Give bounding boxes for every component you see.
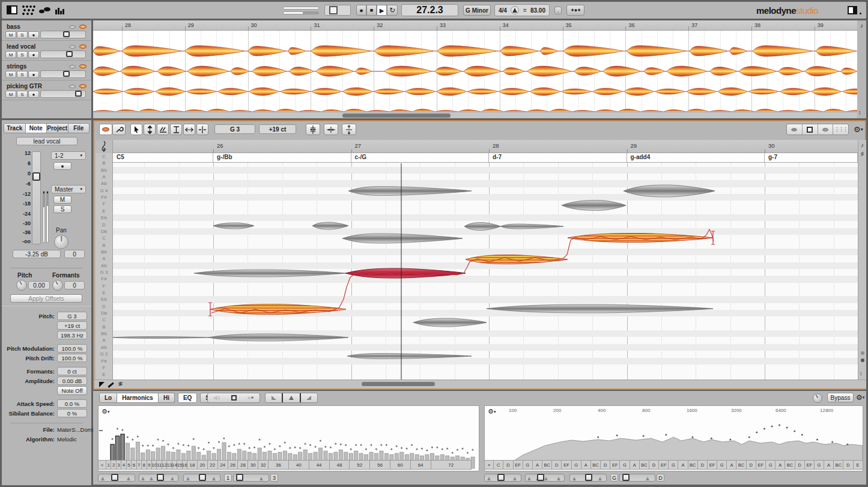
pan-value[interactable]: 0 xyxy=(64,250,85,258)
mute-button[interactable]: M xyxy=(5,31,16,38)
chord-cell[interactable]: C5 xyxy=(113,153,213,163)
eq-note-cell[interactable]: G xyxy=(766,460,775,470)
chord-track[interactable]: C5g-/Bbc-/Gd-7g-add4g-7 xyxy=(113,153,858,163)
comb-slider[interactable] xyxy=(183,474,220,482)
pitch-ruler[interactable]: CBBbAAbG 4F#FEEbDDbCBBbAAbG 3F#FEEbDDbCB… xyxy=(96,153,113,380)
slider-handle[interactable] xyxy=(497,474,505,481)
slider-handle[interactable] xyxy=(157,474,164,481)
track-view-icon[interactable] xyxy=(22,5,36,15)
level-value[interactable]: -3.25 dB xyxy=(13,250,61,258)
emphasis-slider[interactable] xyxy=(98,474,135,482)
output-bus-select[interactable]: Master▾ xyxy=(51,185,86,193)
eq-note-cell[interactable]: BC xyxy=(542,460,552,470)
tempo-group[interactable]: 4/4 = 83.00 xyxy=(494,4,550,16)
inspector-value[interactable]: 100.0 % xyxy=(57,354,87,362)
track-header[interactable]: picking GTRMS● xyxy=(2,81,91,100)
scale-edit-pencil-icon[interactable] xyxy=(108,383,114,388)
eq-note-cell[interactable]: BC xyxy=(640,460,649,470)
time-signature[interactable]: 4/4 xyxy=(499,7,507,14)
harmonic-number[interactable]: 7 xyxy=(137,460,142,470)
harmonic-number[interactable]: 32 xyxy=(258,460,269,470)
eq-comb-slider[interactable] xyxy=(569,474,607,482)
blob-play-icon[interactable] xyxy=(79,44,86,49)
track-fader-handle[interactable] xyxy=(63,31,70,37)
accidental-display-icon[interactable]: ♯♯ xyxy=(118,381,121,387)
inspector-value[interactable]: G 3 xyxy=(57,312,87,320)
eq-note-cell[interactable]: BC xyxy=(736,460,746,470)
eq-note-cell[interactable]: EF xyxy=(659,460,669,470)
note-value-icon[interactable]: ♪ xyxy=(857,20,866,30)
mute-button[interactable]: M xyxy=(5,71,16,78)
formant-tool-button[interactable] xyxy=(157,124,169,135)
harmonic-number[interactable]: 8 xyxy=(142,460,147,470)
track-fader-handle[interactable] xyxy=(63,71,70,77)
formants-offset-value[interactable]: 0 xyxy=(64,281,85,289)
clef-header[interactable] xyxy=(96,140,113,153)
show-all-tracks-toggle[interactable]: ⋮⋮⋮ xyxy=(833,124,848,135)
sound-settings-gear-icon[interactable]: ⚙▾ xyxy=(856,393,864,402)
pitch-offset-knob[interactable] xyxy=(16,280,27,291)
record-arm-button[interactable]: ● xyxy=(28,31,39,38)
harmonics-scroll-left[interactable]: < xyxy=(98,460,106,470)
harmonic-number[interactable]: 16 xyxy=(183,460,187,470)
tab-track[interactable]: Track xyxy=(4,123,26,133)
harmonic-number[interactable]: 60 xyxy=(390,460,411,470)
slider-handle[interactable] xyxy=(622,474,630,481)
selected-pitch-field[interactable]: G 3 xyxy=(214,124,255,134)
eq-note-cell[interactable]: C xyxy=(494,460,503,470)
eq-note-cell[interactable]: EF xyxy=(610,460,620,470)
editor-settings-gear-icon[interactable]: ⚙▾ xyxy=(854,125,863,134)
track-header[interactable]: lead vocalMS● xyxy=(2,41,91,61)
pan-knob[interactable] xyxy=(54,235,68,249)
monitor-slider-1[interactable] xyxy=(283,7,319,10)
output-channel-select[interactable]: 1-2▾ xyxy=(51,151,86,160)
slider-handle[interactable] xyxy=(199,474,206,481)
pitch-tool-button[interactable] xyxy=(144,124,156,135)
mute-button[interactable]: M xyxy=(5,91,16,98)
autostretch-button[interactable]: ✦●✦ xyxy=(566,5,584,16)
eq-note-cell[interactable]: D xyxy=(649,460,659,470)
main-tool-blob-button[interactable] xyxy=(99,124,112,135)
inspector-value[interactable]: 0 % xyxy=(57,409,87,417)
tab-project[interactable]: Project xyxy=(47,123,68,133)
play-button[interactable]: ▶ xyxy=(377,5,387,16)
harmonic-number[interactable]: 36 xyxy=(269,460,289,470)
zoom-dot-2[interactable] xyxy=(861,358,864,362)
show-blobs-toggle[interactable] xyxy=(787,124,802,135)
editor-zoom-icon[interactable]: ↕ xyxy=(860,371,863,377)
bypass-button[interactable]: Bypass xyxy=(827,393,854,402)
track-header[interactable]: stringsMS● xyxy=(2,61,91,80)
harmonic-number[interactable]: 1 xyxy=(106,460,111,470)
chord-cell[interactable]: g-/Bb xyxy=(213,153,351,163)
slider-handle[interactable] xyxy=(236,474,243,481)
harmonic-number[interactable]: 48 xyxy=(330,460,350,470)
eq-note-cell[interactable]: BC xyxy=(688,460,698,470)
harmonic-number[interactable]: 26 xyxy=(228,460,238,470)
harmonic-number[interactable]: 40 xyxy=(289,460,309,470)
drywet-knob[interactable] xyxy=(813,393,822,403)
eq-note-cell[interactable]: EF xyxy=(805,460,815,470)
sound-tab-harmonics[interactable]: Harmonics xyxy=(117,393,159,403)
eq-note-cell[interactable]: D xyxy=(601,460,610,470)
solo-button[interactable]: S xyxy=(17,71,28,78)
leveling-macro-button[interactable] xyxy=(342,124,356,135)
tempo-value[interactable]: 83.00 xyxy=(530,7,545,14)
window-panel-icon[interactable] xyxy=(848,6,857,14)
cycle-range-control[interactable] xyxy=(324,5,351,16)
eq-range-slider[interactable] xyxy=(619,474,655,482)
volume-fader-track[interactable] xyxy=(32,151,41,244)
blob-monitor-icon[interactable] xyxy=(69,65,76,68)
scale-snap-icon[interactable] xyxy=(99,382,105,387)
chord-cell[interactable]: g-7 xyxy=(765,153,858,163)
editor-grid[interactable] xyxy=(113,153,858,380)
playhead-position[interactable]: 27.2.3 xyxy=(401,4,458,16)
track-fader-handle[interactable] xyxy=(75,91,82,97)
formants-offset-knob[interactable] xyxy=(52,280,63,291)
eq-note-cell[interactable]: A xyxy=(824,460,834,470)
arrange-zoom-icon[interactable]: ↕ xyxy=(858,109,861,115)
eq-note-cell[interactable]: E xyxy=(854,460,863,470)
blob-monitor-icon[interactable] xyxy=(69,45,76,49)
formant-range-slider[interactable] xyxy=(233,474,269,482)
chord-cell[interactable]: g-add4 xyxy=(627,153,765,163)
blob-play-icon[interactable] xyxy=(79,64,86,68)
